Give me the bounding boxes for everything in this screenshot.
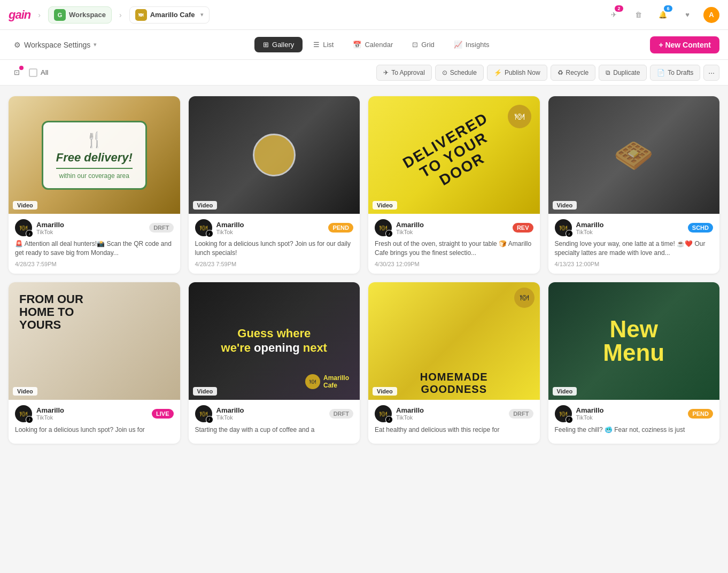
to-approval-button[interactable]: ✈ To Approval [376, 65, 432, 81]
list-tab-label: List [323, 41, 334, 49]
tab-gallery[interactable]: ⊞ Gallery [254, 37, 303, 52]
card-body-8: 🍽 ♪ Amarillo TikTok PEND Feeling the chi… [548, 400, 720, 444]
to-approval-icon: ✈ [383, 69, 389, 76]
grid-tab-label: Grid [421, 41, 435, 49]
recycle-icon: ♻ [557, 69, 563, 76]
homemade-text: HOMEMADEGOODNESS [420, 371, 488, 396]
tab-calendar[interactable]: 📅 Calendar [344, 37, 401, 52]
heart-icon-btn[interactable]: ♥ [679, 6, 696, 24]
checkbox-input[interactable] [29, 68, 37, 77]
filter-icon: ⊡ [14, 68, 20, 76]
video-badge-4: Video [553, 201, 577, 210]
card-avatar-7: 🍽 ♪ [375, 405, 392, 422]
card-name-1: Amarillo [36, 221, 145, 229]
cafe-dropdown-icon: ▾ [200, 11, 204, 18]
tab-grid[interactable]: ⊡ Grid [404, 37, 443, 52]
card-name-3: Amarillo [396, 221, 508, 229]
all-label: All [41, 68, 48, 76]
filter-active-indicator [19, 66, 24, 70]
workspace-chip[interactable]: G Workspace [48, 6, 112, 24]
card-name-5: Amarillo [36, 406, 148, 414]
user-avatar[interactable]: A [703, 7, 719, 23]
video-badge-3: Video [373, 201, 397, 210]
tab-insights[interactable]: 📈 Insights [445, 37, 498, 52]
card-avatar-4: 🍽 ♪ [555, 219, 572, 236]
status-badge-4: SCHD [688, 223, 713, 233]
more-options-button[interactable]: ··· [703, 65, 719, 81]
card-platform-6: TikTok [216, 414, 325, 421]
schedule-button[interactable]: ⊙ Schedule [435, 65, 484, 81]
gear-icon: ⚙ [14, 41, 21, 49]
card-avatar-6: 🍽 ♪ [195, 405, 212, 422]
card-image-6: Guess wherewe're opening next 🍽 Amarillo… [189, 282, 360, 400]
new-content-button[interactable]: + New Content [650, 36, 719, 53]
to-drafts-button[interactable]: 📄 To Drafts [650, 65, 700, 81]
content-card-6[interactable]: Guess wherewe're opening next 🍽 Amarillo… [189, 282, 360, 444]
recycle-button[interactable]: ♻ Recycle [551, 65, 596, 81]
card-body-2: 🍽 ♪ Amarillo TikTok PEND Looking for a d… [189, 214, 360, 274]
card-date-3: 4/30/23 12:09PM [375, 261, 533, 267]
content-card-5[interactable]: FROM OURHOME TOYOURS Video 🍽 ♪ Ama [9, 282, 180, 444]
card-header-8: 🍽 ♪ Amarillo TikTok PEND [555, 405, 714, 422]
card-platform-5: TikTok [36, 414, 148, 421]
free-delivery-box: 🍴 Free delivery! within our coverage are… [42, 121, 147, 190]
duplicate-button[interactable]: ⧉ Duplicate [599, 65, 647, 81]
content-card-3[interactable]: 🍽 DELIVEREDTO YOURDOOR Video 🍽 ♪ [368, 96, 540, 274]
video-badge-1: Video [13, 201, 37, 210]
card-body-4: 🍽 ♪ Amarillo TikTok SCHD Sending love yo… [548, 214, 720, 274]
content-card-8[interactable]: NewMenu Video 🍽 ♪ Amarillo [548, 282, 720, 444]
send-badge: 2 [615, 5, 623, 12]
content-card-2[interactable]: Video 🍽 ♪ Amarillo TikTok [189, 96, 360, 274]
to-drafts-icon: 📄 [657, 69, 665, 76]
card-image-7: HOMEMADEGOODNESS 🍽 Video [368, 282, 540, 400]
content-card-7[interactable]: HOMEMADEGOODNESS 🍽 Video 🍽 ♪ [368, 282, 540, 444]
nav-icons: ✈ 2 🗑 🔔 6 ♥ A [605, 6, 719, 24]
filter-button[interactable]: ⊡ [9, 65, 25, 81]
card-avatar-1: 🍽 ♪ [15, 219, 32, 236]
card-header-3: 🍽 ♪ Amarillo TikTok REV [375, 219, 533, 236]
card-body-7: 🍽 ♪ Amarillo TikTok DRFT Eat healthy and… [368, 400, 540, 444]
amarillo-cafe-brand-text: AmarilloCafe [323, 374, 349, 389]
card-caption-5: Looking for a delicious lunch spot? Join… [15, 425, 174, 435]
card-info-2: Amarillo TikTok [216, 221, 324, 235]
bell-icon-btn[interactable]: 🔔 6 [654, 6, 671, 24]
card-platform-2: TikTok [216, 229, 324, 235]
content-grid: 🍴 Free delivery! within our coverage are… [9, 96, 719, 444]
tab-list[interactable]: ☰ List [305, 37, 342, 52]
schedule-icon: ⊙ [442, 69, 447, 76]
content-card-4[interactable]: 🧇 Video 🍽 ♪ Amarillo [548, 96, 720, 274]
calendar-icon: 📅 [353, 41, 361, 49]
tiktok-icon-5: ♪ [28, 417, 30, 422]
action-buttons-group: ✈ To Approval ⊙ Schedule ⚡ Publish Now ♻… [376, 65, 719, 81]
workspace-settings-label: Workspace Settings [24, 41, 90, 49]
select-all-checkbox[interactable]: All [29, 68, 48, 77]
card-header-7: 🍽 ♪ Amarillo TikTok DRFT [375, 405, 533, 422]
card-body-3: 🍽 ♪ Amarillo TikTok REV Fresh out of the… [368, 214, 540, 274]
card-info-5: Amarillo TikTok [36, 406, 148, 421]
tiktok-icon-2: ♪ [208, 231, 211, 236]
card-info-1: Amarillo TikTok [36, 221, 145, 235]
card-image-5: FROM OURHOME TOYOURS Video [9, 282, 180, 400]
publish-now-button[interactable]: ⚡ Publish Now [487, 65, 547, 81]
card-name-2: Amarillo [216, 221, 324, 229]
top-navigation: gain › G Workspace › 🍽 Amarillo Cafe ▾ ✈… [0, 0, 728, 30]
card-info-7: Amarillo TikTok [396, 406, 505, 421]
trash-icon-btn[interactable]: 🗑 [630, 6, 647, 24]
card-info-6: Amarillo TikTok [216, 406, 325, 421]
send-icon-btn[interactable]: ✈ 2 [605, 6, 622, 24]
video-badge-5: Video [13, 387, 37, 396]
status-badge-6: DRFT [329, 409, 353, 419]
workspace-settings-btn[interactable]: ⚙ Workspace Settings ▾ [9, 37, 102, 52]
workspace-icon: G [54, 9, 66, 21]
card-platform-7: TikTok [396, 414, 505, 421]
status-badge-1: DRFT [149, 223, 173, 233]
card-platform-1: TikTok [36, 229, 145, 235]
cafe-chip[interactable]: 🍽 Amarillo Cafe ▾ [129, 6, 210, 24]
free-delivery-title: Free delivery! [56, 151, 133, 165]
card-image-3: 🍽 DELIVEREDTO YOURDOOR Video [368, 96, 540, 214]
opening-text: Guess wherewe're opening next [221, 327, 327, 355]
list-icon: ☰ [313, 41, 320, 49]
status-badge-7: DRFT [509, 409, 533, 419]
content-card-1[interactable]: 🍴 Free delivery! within our coverage are… [9, 96, 180, 274]
card-name-7: Amarillo [396, 406, 505, 414]
